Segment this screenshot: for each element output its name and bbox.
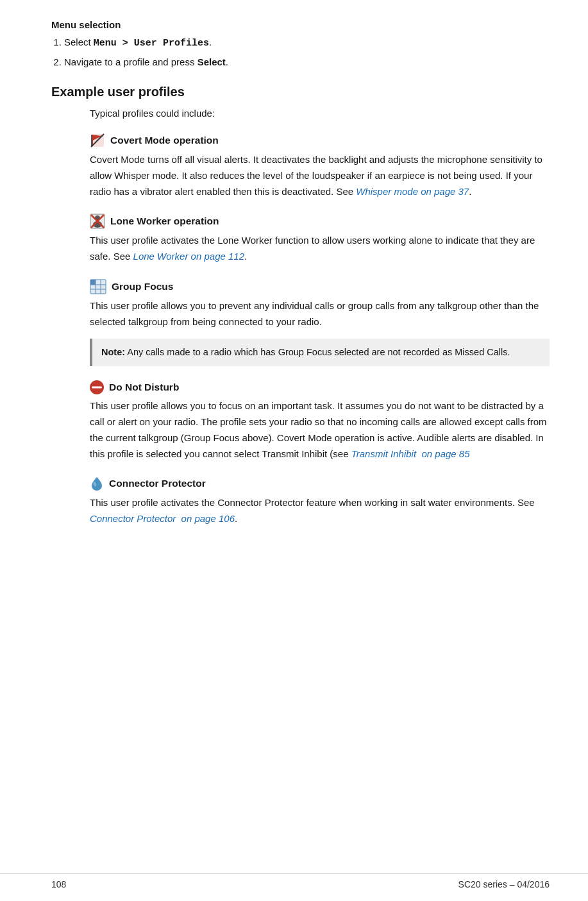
profile-donotdisturb-title: Do Not Disturb [90,380,550,394]
connector-protector-link[interactable]: Connector Protector on page 106 [90,513,235,524]
profile-loneworker-label: Lone Worker operation [110,215,219,227]
profile-loneworker-body: This user profile activates the Lone Wor… [90,233,550,265]
profile-connector-title: Connector Protector [90,476,550,491]
profile-donotdisturb-label: Do Not Disturb [109,382,179,393]
profile-covert-body: Covert Mode turns off all visual alerts.… [90,152,550,199]
profile-covert-title: Covert Mode operation [90,133,550,148]
profile-covert: Covert Mode operation Covert Mode turns … [90,133,550,199]
footer-right: SC20 series – 04/2016 [458,879,550,889]
note-body: Any calls made to a radio which has Grou… [125,347,510,357]
profile-donotdisturb: Do Not Disturb This user profile allows … [90,380,550,462]
profile-loneworker-title: Lone Worker operation [90,214,550,229]
do-not-disturb-icon [90,380,104,394]
profile-groupfocus-body: This user profile allows you to prevent … [90,298,550,330]
profile-donotdisturb-body: This user profile allows you to focus on… [90,398,550,462]
group-focus-icon [90,279,106,294]
profile-loneworker: Lone Worker operation This user profile … [90,214,550,265]
page-number: 108 [51,879,66,889]
profile-groupfocus-title: Group Focus [90,279,550,294]
profile-connector-body: This user profile activates the Connecto… [90,495,550,527]
profile-connector-label: Connector Protector [109,478,206,489]
page-content: Menu selection Select Menu > User Profil… [0,0,588,593]
transmit-inhibit-link[interactable]: Transmit Inhibit on page 85 [351,448,470,459]
menu-steps-list: Select Menu > User Profiles. Navigate to… [64,35,550,69]
connector-protector-icon [90,476,104,491]
profile-groupfocus-label: Group Focus [112,281,173,292]
menu-step-1: Select Menu > User Profiles. [64,35,550,51]
profile-groupfocus: Group Focus This user profile allows you… [90,279,550,367]
lone-worker-icon [90,214,105,229]
profile-covert-label: Covert Mode operation [110,135,219,146]
whisper-mode-link[interactable]: Whisper mode on page 37 [356,186,469,197]
lone-worker-link[interactable]: Lone Worker on page 112 [133,251,244,262]
section-heading-profiles: Example user profiles [51,85,550,99]
page-footer: 108 SC20 series – 04/2016 [0,873,588,889]
intro-text: Typical profiles could include: [90,106,550,121]
menu-step-2: Navigate to a profile and press Select. [64,55,550,70]
group-focus-note: Note: Any calls made to a radio which ha… [90,339,550,366]
covert-mode-icon [90,133,105,148]
profile-connector: Connector Protector This user profile ac… [90,476,550,527]
menu-selection-heading: Menu selection [51,19,550,30]
svg-rect-14 [90,280,96,285]
note-label: Note: [101,347,125,357]
